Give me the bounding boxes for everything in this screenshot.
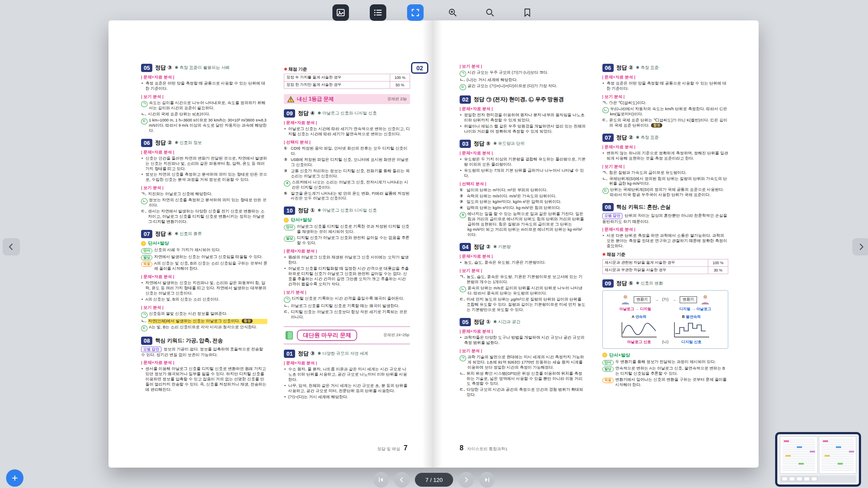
clue-list: 단서두 변환기를 통해 정보가 전달되는 과정이 제시되어 있다.발상연속적으로… bbox=[602, 360, 729, 388]
receiver-person-icon bbox=[700, 294, 710, 305]
search-button[interactable] bbox=[482, 4, 498, 21]
choice-item: ①넓이의 단위는 m²이다. m³은 부피의 단위이다. bbox=[460, 188, 586, 193]
question-number-badge: 07 bbox=[141, 230, 152, 238]
previous-page-button[interactable] bbox=[394, 472, 410, 488]
list-view-button[interactable] bbox=[370, 4, 386, 21]
scoring-row: 제시문과 관련된 까닭을 옳게 서술한 경우100 % bbox=[602, 259, 729, 267]
first-page-icon bbox=[378, 476, 385, 483]
book-spread: 02 05 정답 ③ ✱ 측정 표준이 활용되는 사례 | 문제+자료 분석 |… bbox=[108, 20, 759, 468]
bogi-item: ㄷ.센서는 자연에서 발생하는 다양한 신호를 전기 신호로 변환하는 소자이고… bbox=[141, 209, 267, 225]
section-label: | 보기 분석 | bbox=[602, 164, 729, 170]
analysis-item: 아날로그 신호를 디지털화할 때 일정한 시간 간격으로 대푯값을 추출하므로 … bbox=[288, 266, 410, 287]
left-page-footer: 정답 및 해설 7 bbox=[377, 444, 408, 452]
answer-text: 정답 ⑤ bbox=[616, 280, 633, 287]
analysis-item: 수소 원자, 물 분자, 나트륨 이온과 같은 미시 세계는 시간 규모로 나노… bbox=[288, 367, 410, 383]
topic-text: ✱ 시간과 공간 bbox=[493, 319, 521, 325]
last-page-button[interactable] bbox=[479, 472, 495, 488]
sender-person-icon bbox=[621, 294, 630, 305]
question-block-08-right: 08 핵심 키워드: 혼란, 손실 모범 답안단위의 차이는 일상의 혼란뿐만 … bbox=[602, 203, 729, 274]
thumbnail-filmstrip[interactable] bbox=[780, 475, 856, 482]
page-indicator: 7 / 120 bbox=[415, 473, 453, 487]
analysis-list: 신호는 인간을 둘러싼 자연의 변화가 전달된 것으로, 자연에서 발생하는 신… bbox=[141, 156, 267, 183]
next-spread-arrow[interactable] bbox=[852, 238, 868, 255]
previous-spread-arrow[interactable] bbox=[3, 238, 20, 255]
bogi-item: ㄴ.자연(인체)에서 발생하는 신호는 아날로그 신호이다.함정 bbox=[141, 319, 267, 324]
viewer-toolbar bbox=[332, 4, 536, 21]
answer-text: 정답 ② bbox=[616, 64, 633, 72]
thumbnail-right-page[interactable] bbox=[819, 436, 857, 474]
warning-icon bbox=[287, 96, 294, 102]
bogi-item: ㄱ시간 규모는 우주 규모의 (가)가 (나)보다 크다. bbox=[460, 70, 586, 77]
bogi-item: ㄴ.국제단위계(SI)에서 정의된 힘의 단위는 질량의 단위와 가속도의 단위… bbox=[602, 177, 729, 187]
section-label: | 문제+자료 분석 | bbox=[141, 75, 267, 80]
choice-item: ④압력의 단위는 kg/m·s²이다. kg·m/s²은 힘의 단위이다. bbox=[460, 206, 586, 211]
section-label: | 보기 분석 | bbox=[460, 268, 586, 274]
analysis-list: 센서를 이용해 아날로그 신호를 디지털 신호로 변환하면 원래 가지고 있던 … bbox=[141, 367, 267, 393]
answer-text: 정답 ① bbox=[298, 207, 315, 214]
next-page-button[interactable] bbox=[458, 472, 474, 488]
section-label: | 문제+자료 분석 | bbox=[460, 254, 586, 259]
scoring-row: 제시문과 무관한 까닭을 서술한 경우30 % bbox=[602, 267, 729, 274]
bogi-item: ㄷ.온도의 국제 표준 단위는 ℃(섭씨도)가 아닌 K(켈빈)이다. ㉢은 길… bbox=[602, 118, 729, 128]
question-block-05: 05 정답 ③ ✱ 측정 표준이 활용되는 사례 | 문제+자료 분석 | 측정… bbox=[141, 64, 267, 134]
question-number-badge: 01 bbox=[284, 350, 295, 358]
choice-item: ②속력의 단위는 m/s이다. m/s²은 가속도의 단위이다. bbox=[460, 194, 586, 199]
scoring-title: ✱채점 기준 bbox=[284, 66, 410, 72]
scoring-row: 장점 두 가지를 옳게 서술한 경우100 % bbox=[284, 74, 410, 82]
analysis-item: A의 신호는 빛, B의 신호는 소리 신호이다. bbox=[145, 297, 267, 302]
topic-text: ✱ 신호의 변환 bbox=[636, 281, 663, 286]
bogi-item: ㄱ.힘은 질량과 가속도의 곱이므로 유도량이다. bbox=[602, 170, 729, 176]
keyword-title: 핵심 키워드: 혼란, 손실 bbox=[616, 203, 671, 211]
question-block-10: 10 정답 ① ✱ 아날로그 신호와 디지털 신호 단서+발상 단서아날로그 신… bbox=[284, 206, 410, 320]
analysis-list: 자연에서 발생하는 신호는 지진파나 빛, 소리와 같은 파동부터 힘, 압력,… bbox=[141, 281, 267, 302]
answer-text: 정답 ⑤ bbox=[473, 140, 490, 147]
question-block-02: 02 정답 ㉠ (전자) 현미경, ㉡ 우주 망원경 | 문제+자료 분석 | … bbox=[460, 95, 586, 134]
notebook-icon bbox=[285, 331, 293, 340]
section-label: | 보기 분석 | bbox=[602, 94, 729, 100]
add-menu-fab[interactable]: + bbox=[6, 469, 23, 487]
scoring-table: 장점 두 가지를 옳게 서술한 경우100 %장점 한 가지만 옳게 서술한 경… bbox=[284, 74, 410, 89]
choice-item: ②USB에 저장된 파일은 디지털 신호, 모니터에 표시된 화면은 아날로그 … bbox=[284, 157, 410, 168]
bogi-list: ㄱ신호등의 불빛 신호는 시간 정보를 알려준다.ㄴ.자연(인체)에서 발생하는… bbox=[141, 311, 267, 331]
choice-item: ①CD에 저장된 음악 파일, 인터넷 회선의 전류는 모두 디지털 신호이다. bbox=[284, 146, 410, 157]
lightbulb-icon bbox=[141, 241, 146, 246]
bogi-item: ㄷ.다양한 규모의 시간과 공간의 측정으로 인간의 경험 범위가 확대되었다. bbox=[460, 387, 586, 398]
bookmark-button[interactable] bbox=[519, 4, 536, 21]
thumbnail-left-page[interactable] bbox=[780, 436, 818, 474]
analysis-list: 원래의 아날로그 신호와 재생된 아날로그 신호 사이에는 오차가 발생한다.아… bbox=[284, 255, 410, 287]
question-block-01-continued: | 보기 분석 | ㄱ시간 규모는 우주 규모의 (가)가 (나)보다 크다.ㄴ… bbox=[460, 64, 586, 90]
left-page: 02 05 정답 ③ ✱ 측정 표준이 활용되는 사례 | 문제+자료 분석 |… bbox=[108, 20, 434, 468]
zoom-in-icon bbox=[448, 8, 457, 17]
choice-item: ③교통 신호가 처리하는 정보는 디지털 신호, 전화기를 통해 들리는 목소리… bbox=[284, 169, 410, 179]
analysis-list: 변하지 않는 하나의 기준으로 정확하게 측정하며, 정해진 단위를 일관되게 … bbox=[602, 151, 729, 161]
section-label: | 문제+자료 분석 | bbox=[460, 151, 586, 156]
right-page-column-1: | 보기 분석 | ㄱ시간 규모는 우주 규모의 (가)가 (나)보다 크다.ㄴ… bbox=[460, 64, 586, 442]
thumbnail-view-button[interactable] bbox=[332, 4, 349, 21]
zoom-button[interactable] bbox=[444, 4, 461, 21]
bogi-item: ㄴ정보는 자연의 신호를 측정하고 분석하여 의미 있는 형태로 만든 것이다. bbox=[141, 198, 267, 208]
first-page-button[interactable] bbox=[373, 472, 389, 488]
analysis-item: 원래의 아날로그 신호와 재생된 아날로그 신호 사이에는 오차가 발생한다. bbox=[288, 255, 410, 265]
topic-text: ✱ 측정 표준 bbox=[636, 65, 659, 71]
clue-item: 단서아날로그 신호를 디지털 신호로 기록한 것과 저장된 디지털 신호를 재생… bbox=[284, 224, 410, 235]
bogi-item: ㄱ과학 기술의 발전으로 현대에는 미시 세계의 시간 측정까지 가능하게 되었… bbox=[460, 355, 586, 370]
bogi-list: ㄱ.농도, 습도, 풍속은 유도량, 기온은 기본량이므로 보고서에 있는 기본… bbox=[460, 275, 586, 313]
page-thumbnail-panel[interactable] bbox=[775, 432, 861, 487]
analysis-item: 측정 표준은 어떤 양을 측정할 때 공통으로 사용할 수 있는 단위에 대한 … bbox=[607, 81, 729, 92]
last-page-icon bbox=[483, 476, 490, 483]
fullscreen-button[interactable] bbox=[407, 4, 424, 21]
bogi-item: ㄴ우리나라에서 자동차의 속도는 km/h 단위로 측정한다. 따라서 ㉡은 k… bbox=[602, 107, 729, 117]
scoring-row: 장점 한 가지만 옳게 서술한 경우50 % bbox=[284, 82, 410, 89]
bookmark-icon bbox=[523, 8, 532, 17]
section-label: | 선택지 분석 | bbox=[284, 140, 410, 145]
bogi-list: ㄱ속도는 길이를 시간으로 나누어 나타내므로, 속도를 정의하기 위해서는 길… bbox=[141, 101, 267, 134]
bogi-list: ㄱ.㉠은 ℃(섭씨도)이다.ㄴ우리나라에서 자동차의 속도는 km/h 단위로 … bbox=[602, 101, 729, 128]
question-number-badge: 02 bbox=[460, 95, 471, 104]
clue-item: 단서신호의 사례 두 가지가 제시되어 있다. bbox=[141, 248, 267, 253]
answer-text: 정답 ③ bbox=[298, 350, 315, 357]
model-answer: 모범 답안단위의 차이는 일상의 혼란뿐만 아니라 천문학적인 손실을 동반하기… bbox=[602, 213, 729, 224]
analysis-list: 유도량은 두 가지 이상의 기본량을 결합해 유도하는 물리량으로, 기본량 이… bbox=[460, 157, 586, 179]
topic-text: ✱ 신호의 종류 bbox=[175, 231, 202, 237]
question-number-badge: 08 bbox=[141, 337, 152, 345]
clue-header: 단서+발상 bbox=[141, 240, 267, 246]
